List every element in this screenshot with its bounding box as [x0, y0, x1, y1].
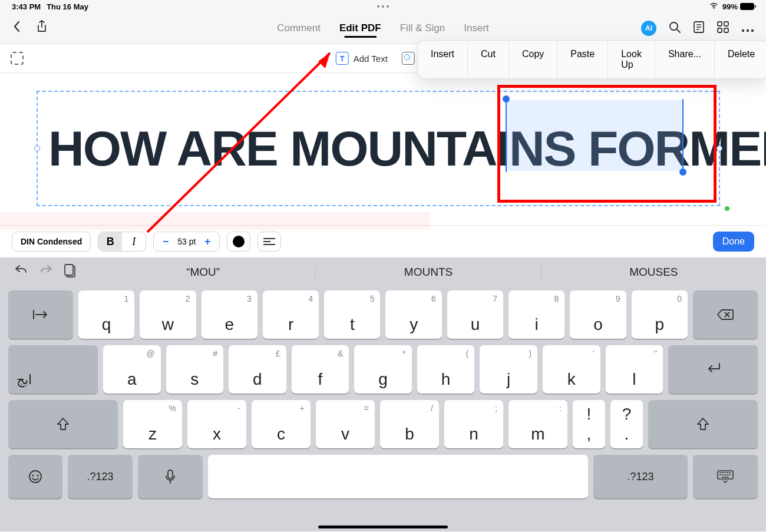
- selection-end-caret[interactable]: [682, 99, 684, 172]
- key-m[interactable]: :m: [509, 400, 567, 448]
- svg-point-6: [742, 29, 744, 31]
- back-icon[interactable]: [12, 21, 21, 36]
- numbers-key-left[interactable]: .?123: [68, 455, 133, 498]
- mic-key[interactable]: [138, 455, 203, 498]
- key-b[interactable]: /b: [380, 400, 439, 448]
- svg-rect-2: [718, 22, 722, 26]
- key-i[interactable]: 8i: [509, 290, 564, 339]
- share-icon[interactable]: [37, 20, 47, 37]
- tab-edit-pdf[interactable]: Edit PDF: [339, 22, 381, 34]
- status-time: 3:43 PM: [12, 2, 41, 11]
- multitask-handle[interactable]: [377, 5, 389, 8]
- selection-end-handle[interactable]: [679, 168, 686, 176]
- cm-paste[interactable]: Paste: [557, 41, 608, 78]
- tab-insert[interactable]: Insert: [464, 22, 489, 34]
- cm-delete[interactable]: Delete: [715, 41, 766, 78]
- key-f[interactable]: &f: [292, 345, 349, 394]
- cm-insert[interactable]: Insert: [418, 41, 468, 78]
- ai-badge[interactable]: AI: [641, 21, 656, 36]
- search-icon[interactable]: [668, 21, 681, 37]
- dismiss-keyboard-key[interactable]: [693, 455, 758, 498]
- undo-icon[interactable]: [14, 264, 28, 281]
- key-p[interactable]: 0p: [632, 290, 688, 339]
- tab-comment[interactable]: Comment: [277, 22, 321, 34]
- key-row-3: %z -x +c =v /b ;n :m !, ?.: [8, 400, 758, 448]
- clipboard-icon[interactable]: [64, 264, 77, 281]
- svg-rect-16: [168, 470, 173, 478]
- key-j[interactable]: )j: [480, 345, 537, 394]
- key-a[interactable]: @a: [103, 345, 161, 394]
- cm-lookup[interactable]: Look Up: [608, 41, 655, 78]
- add-text-button[interactable]: T Add Text: [336, 52, 388, 65]
- return-key[interactable]: [668, 345, 758, 394]
- home-indicator[interactable]: [318, 526, 448, 528]
- cm-cut[interactable]: Cut: [468, 41, 509, 78]
- key-s[interactable]: #s: [166, 345, 224, 394]
- svg-point-0: [670, 22, 678, 30]
- suggestion-3[interactable]: MOUSES: [541, 266, 766, 279]
- svg-rect-5: [724, 28, 728, 32]
- textbox-rotate-handle[interactable]: [725, 206, 729, 211]
- main-toolbar: Comment Edit PDF Fill & Sign Insert AI: [0, 13, 766, 44]
- shift-key-right[interactable]: [648, 400, 758, 448]
- svg-point-7: [747, 29, 749, 31]
- lang-key[interactable]: ابج: [8, 345, 98, 394]
- key-l[interactable]: "l: [606, 345, 663, 394]
- document-canvas[interactable]: HOW ARE MOUNTAINS FORMED?: [0, 73, 766, 225]
- key-u[interactable]: 7u: [447, 290, 503, 339]
- key-x[interactable]: -x: [187, 400, 246, 448]
- key-o[interactable]: 9o: [570, 290, 626, 339]
- key-v[interactable]: =v: [316, 400, 375, 448]
- key-exclaim-comma[interactable]: !,: [573, 400, 605, 448]
- key-q[interactable]: 1q: [78, 290, 134, 339]
- backspace-key[interactable]: [693, 290, 758, 339]
- svg-point-15: [37, 475, 39, 477]
- textbox-right-handle[interactable]: [717, 146, 722, 151]
- key-e[interactable]: 3e: [202, 290, 257, 339]
- done-button[interactable]: Done: [713, 232, 754, 252]
- cm-share[interactable]: Share...: [655, 41, 715, 78]
- svg-rect-12: [65, 265, 73, 275]
- emoji-key[interactable]: [8, 455, 62, 498]
- tab-fill-sign[interactable]: Fill & Sign: [400, 22, 445, 34]
- key-row-4: .?123 .?123: [8, 455, 758, 498]
- suggestion-1[interactable]: “MOU”: [91, 266, 315, 279]
- grid-icon[interactable]: [717, 21, 729, 37]
- key-c[interactable]: +c: [252, 400, 311, 448]
- text-format-bar: DIN Condensed B I − 53 pt + Done: [0, 225, 766, 257]
- selection-tool-icon[interactable]: [11, 52, 24, 65]
- suggestion-2[interactable]: MOUNTS: [315, 266, 540, 279]
- textbox-left-handle[interactable]: [34, 146, 40, 151]
- selection-start-handle[interactable]: [503, 95, 510, 103]
- key-t[interactable]: 5t: [324, 290, 380, 339]
- cm-copy[interactable]: Copy: [509, 41, 557, 78]
- key-n[interactable]: ;n: [444, 400, 503, 448]
- numbers-key-right[interactable]: .?123: [593, 455, 688, 498]
- key-d[interactable]: £d: [229, 345, 286, 394]
- svg-point-13: [29, 471, 41, 483]
- key-y[interactable]: 6y: [385, 290, 441, 339]
- text-selection-highlight: [506, 100, 682, 171]
- size-value: 53 pt: [175, 237, 198, 246]
- key-k[interactable]: 'k: [543, 345, 600, 394]
- more-icon[interactable]: [741, 22, 754, 35]
- add-text-label: Add Text: [354, 54, 388, 64]
- key-g[interactable]: *g: [354, 345, 412, 394]
- battery-indicator: 99%: [722, 2, 754, 11]
- tab-key[interactable]: [8, 290, 73, 339]
- key-row-1: 1q 2w 3e 4r 5t 6y 7u 8i 9o 0p: [8, 290, 758, 339]
- space-key[interactable]: [208, 455, 588, 498]
- key-w[interactable]: 2w: [140, 290, 196, 339]
- redo-icon[interactable]: [39, 264, 53, 281]
- return-icon: [704, 361, 722, 379]
- font-family-button[interactable]: DIN Condensed: [12, 232, 91, 252]
- selection-start-caret[interactable]: [506, 99, 507, 172]
- key-question-period[interactable]: ?.: [610, 400, 643, 448]
- svg-rect-4: [718, 28, 722, 32]
- page-view-icon[interactable]: [693, 21, 705, 37]
- shift-key-left[interactable]: [8, 400, 118, 448]
- key-h[interactable]: (h: [417, 345, 475, 394]
- key-z[interactable]: %z: [123, 400, 182, 448]
- key-r[interactable]: 4r: [263, 290, 319, 339]
- bold-button[interactable]: B: [98, 232, 122, 251]
